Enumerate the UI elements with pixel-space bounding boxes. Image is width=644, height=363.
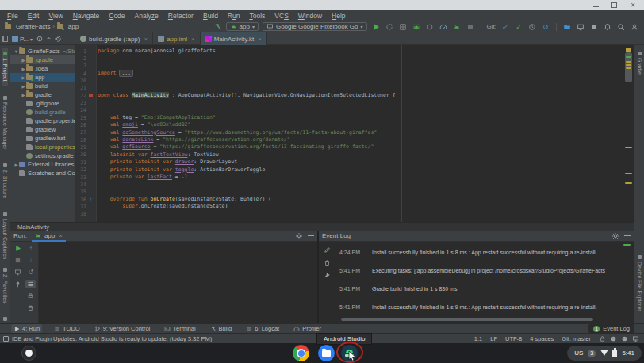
tree-item-giraffefacts[interactable]: ▼GiraffeFacts~/StudioProjects/GiraffeFac… xyxy=(10,47,75,55)
tool-stripe-6-logcat[interactable]: 6: Logcat xyxy=(243,324,282,333)
tool-stripe-2-favorites[interactable]: 2: Favorites xyxy=(2,264,8,308)
run-config-selector[interactable]: app▾ xyxy=(226,22,259,31)
event-log-hscrollbar[interactable] xyxy=(341,318,593,321)
menu-code[interactable]: Code xyxy=(104,12,129,20)
caret-position-widget[interactable]: 1:1 xyxy=(474,335,482,342)
tool-window-layout-icon[interactable] xyxy=(2,36,8,42)
tool-stripe-2-structure[interactable]: 2: Structure xyxy=(2,159,8,202)
menu-build[interactable]: Build xyxy=(198,12,223,20)
git-branch-widget[interactable]: Git: master xyxy=(562,335,591,342)
tree-item-settings-gradle[interactable]: settings.gradle xyxy=(10,151,75,160)
restart-activity-button[interactable] xyxy=(13,268,23,277)
event-log-settings-button[interactable] xyxy=(322,271,332,280)
run-with-coverage-button[interactable] xyxy=(398,22,408,32)
update-project-button[interactable]: ↙ xyxy=(500,22,510,32)
menu-run[interactable]: Run xyxy=(223,12,245,20)
print-button[interactable] xyxy=(25,292,36,300)
tab-build-gradle-app-[interactable]: build.gradle (:app)× xyxy=(75,32,153,45)
breadcrumb-item-app[interactable]: app xyxy=(57,23,79,30)
tree-item-gradlew-bat[interactable]: gradlew.bat xyxy=(10,134,75,143)
pin-tab-button[interactable] xyxy=(13,280,23,288)
tool-stripe-build[interactable]: Build xyxy=(208,324,235,333)
ide-update-icon[interactable] xyxy=(3,336,9,342)
tree-item--gradle[interactable]: ▶.gradle xyxy=(10,55,75,64)
indent-widget[interactable]: 4 spaces xyxy=(530,335,554,342)
run-button[interactable] xyxy=(371,22,381,32)
device-selector[interactable]: Google Google Pixelbook Go▾ xyxy=(263,22,367,31)
menu-refactor[interactable]: Refactor xyxy=(163,12,198,20)
tool-stripe-profiler[interactable]: Profiler xyxy=(291,324,324,333)
files-app-icon[interactable] xyxy=(318,345,335,361)
close-icon[interactable]: × xyxy=(258,36,262,43)
tool-stripe-gradle[interactable]: Gradle xyxy=(637,48,642,78)
apply-changes-button[interactable] xyxy=(385,22,394,32)
up-stack-trace-button[interactable]: ↑ xyxy=(25,244,36,253)
rerun-button[interactable] xyxy=(13,244,23,253)
close-icon[interactable]: × xyxy=(191,36,195,43)
clear-console-button[interactable] xyxy=(25,304,36,312)
project-view-selector[interactable]: P...▾ xyxy=(12,36,33,43)
tool-stripe-terminal[interactable]: Terminal xyxy=(162,324,197,333)
commit-button[interactable]: ✓ xyxy=(514,22,523,32)
close-window-icon[interactable]: ✕ xyxy=(630,2,636,9)
tree-item-app[interactable]: ▶app xyxy=(10,73,75,82)
lock-icon[interactable] xyxy=(599,335,606,342)
tool-stripe-4-run[interactable]: 4: Run xyxy=(11,324,42,333)
close-icon[interactable]: × xyxy=(144,36,148,43)
tool-stripe-9-version-control[interactable]: 9: Version Control xyxy=(92,324,153,333)
tree-item-build[interactable]: ▶build xyxy=(10,82,75,90)
collapse-all-icon[interactable]: ÷ xyxy=(47,35,51,43)
down-stack-trace-button[interactable]: ↓ xyxy=(25,256,36,265)
profile-button[interactable] xyxy=(439,22,448,32)
status-message[interactable]: IDE and Plugin Updates: Android Studio i… xyxy=(12,335,212,342)
notifications-button[interactable] xyxy=(603,22,612,32)
chrome-app-icon[interactable] xyxy=(293,345,309,361)
soft-wrap-button[interactable]: ↺ xyxy=(25,268,36,277)
debug-button[interactable] xyxy=(412,22,421,32)
maximize-window-icon[interactable] xyxy=(611,2,617,8)
rollback-button[interactable]: ↺ xyxy=(541,22,550,32)
tree-item-gradlew[interactable]: gradlew xyxy=(10,125,75,134)
system-tray[interactable]: US 3 5:41 xyxy=(567,346,642,361)
attach-debugger-button[interactable] xyxy=(425,22,435,32)
menu-analyze[interactable]: Analyze xyxy=(130,12,163,20)
breadcrumb-class[interactable]: MainActivity xyxy=(17,224,49,231)
run-tab-app[interactable]: app × xyxy=(32,231,66,242)
menu-view[interactable]: View xyxy=(44,12,67,20)
minimize-window-icon[interactable] xyxy=(593,3,599,7)
line-separator-widget[interactable]: LF xyxy=(490,335,497,342)
code-editor[interactable]: 12342021222324252627282930313233343536↑3… xyxy=(75,45,634,222)
project-settings-gear-icon[interactable] xyxy=(54,35,62,43)
build-hammer-icon[interactable] xyxy=(213,22,222,31)
encoding-widget[interactable]: UTF-8 xyxy=(505,335,522,342)
close-icon[interactable]: × xyxy=(59,232,63,239)
menu-vcs[interactable]: VCS xyxy=(270,12,293,20)
profile-avatar-button[interactable] xyxy=(630,22,639,32)
face-status-icon[interactable] xyxy=(621,335,628,342)
tree-item-local-properties[interactable]: local.properties xyxy=(10,143,75,151)
tree-item-build-gradle[interactable]: build.gradle xyxy=(10,108,75,117)
tab-app-iml[interactable]: app.iml× xyxy=(153,32,200,45)
stop-button[interactable] xyxy=(466,22,475,32)
launcher-button[interactable] xyxy=(21,346,36,361)
tree-item-gradle-properties[interactable]: gradle.properties xyxy=(10,117,75,125)
event-log-settings-gear-icon[interactable] xyxy=(611,232,619,240)
menu-help[interactable]: Help xyxy=(327,12,350,20)
menu-file[interactable]: File xyxy=(2,12,23,20)
tree-item--idea[interactable]: ▶.idea xyxy=(10,64,75,73)
gradle-sync-button[interactable] xyxy=(589,22,599,32)
breadcrumb-item-giraffefacts[interactable]: GiraffeFacts xyxy=(5,23,50,30)
screen-status-icon[interactable] xyxy=(632,335,639,342)
tree-item--gitignore[interactable]: .gitignore xyxy=(10,99,75,108)
menu-navigate[interactable]: Navigate xyxy=(68,12,105,20)
mark-all-read-button[interactable] xyxy=(322,246,332,254)
locate-file-icon[interactable] xyxy=(36,35,44,43)
face-status-icon[interactable] xyxy=(610,335,617,342)
tool-stripe-resource-manager[interactable]: Resource Manager xyxy=(2,92,8,154)
sync-folder-button[interactable] xyxy=(562,22,572,32)
hide-run-panel-icon[interactable] xyxy=(308,235,314,236)
tree-item-scratches-and-consoles[interactable]: Scratches and Consoles xyxy=(10,169,75,178)
tool-stripe-1-project[interactable]: 1: Project xyxy=(2,48,8,86)
tree-item-gradle[interactable]: ▶gradle xyxy=(10,90,75,99)
search-everywhere-button[interactable] xyxy=(616,22,626,32)
